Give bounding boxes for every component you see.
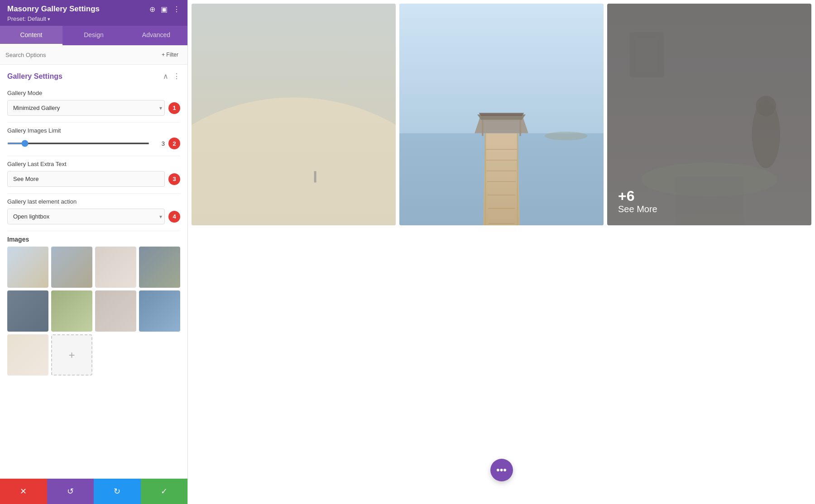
- gallery-last-extra-text-wrapper: 3: [7, 171, 180, 187]
- gallery-images-limit-badge: 2: [168, 138, 180, 149]
- gallery-mode-badge: 1: [168, 102, 180, 114]
- image-thumb-3[interactable]: [95, 247, 136, 288]
- tab-advanced[interactable]: Advanced: [125, 26, 187, 45]
- gallery-mode-field: Gallery Mode Minimized Gallery Full Gall…: [0, 85, 187, 122]
- preset-selector[interactable]: Preset: Default: [7, 15, 180, 22]
- fab-dots-icon: •••: [496, 464, 507, 476]
- svg-marker-23: [479, 113, 524, 116]
- images-limit-slider[interactable]: [7, 143, 149, 144]
- svg-rect-3: [314, 171, 316, 182]
- redo-button[interactable]: ↻: [94, 479, 141, 504]
- gallery-last-element-action-label: Gallery last element action: [7, 198, 180, 205]
- panel-title: Masonry Gallery Settings: [7, 5, 100, 14]
- gallery-image-1: [192, 4, 396, 225]
- section-actions: ∧ ⋮: [163, 72, 180, 81]
- filter-button[interactable]: + Filter: [158, 50, 182, 60]
- collapse-icon[interactable]: ∧: [163, 72, 168, 81]
- gallery-last-extra-text-input[interactable]: [7, 171, 165, 187]
- image-thumb-9[interactable]: [7, 334, 48, 376]
- image-thumb-1[interactable]: [7, 247, 48, 288]
- images-section-label: Images: [0, 231, 187, 247]
- gallery-last-element-action-select[interactable]: Open lightbox Open URL None: [7, 209, 165, 224]
- gallery-preview: +6 See More: [188, 0, 815, 222]
- image-thumb-6[interactable]: [51, 290, 92, 332]
- fab-button[interactable]: •••: [490, 459, 513, 481]
- svg-marker-9: [483, 133, 520, 225]
- save-button[interactable]: ✓: [141, 479, 188, 504]
- settings-panel: Masonry Gallery Settings ⊕ ▣ ⋮ Preset: D…: [0, 0, 188, 504]
- svg-point-24: [544, 132, 587, 140]
- see-more-text: See More: [618, 204, 657, 214]
- gallery-images-limit-wrapper: 3 2: [7, 138, 180, 149]
- section-title: Gallery Settings: [7, 72, 62, 81]
- gallery-last-element-action-badge: 4: [168, 211, 180, 223]
- add-image-button[interactable]: +: [51, 334, 92, 376]
- bottom-bar: ✕ ↺ ↻ ✓: [0, 479, 187, 504]
- tab-design[interactable]: Design: [62, 26, 125, 45]
- panel-body: Gallery Settings ∧ ⋮ Gallery Mode Minimi…: [0, 65, 187, 479]
- gallery-images-limit-field: Gallery Images Limit 3 2: [0, 123, 187, 156]
- search-bar: + Filter: [0, 45, 187, 65]
- gallery-mode-select[interactable]: Minimized Gallery Full Gallery Slideshow: [7, 100, 165, 116]
- gallery-settings-section: Gallery Settings ∧ ⋮: [0, 65, 187, 85]
- image-thumb-5[interactable]: [7, 290, 48, 332]
- gallery-mode-label: Gallery Mode: [7, 90, 180, 96]
- panel-tabs: Content Design Advanced: [0, 26, 187, 45]
- see-more-overlay: +6 See More: [607, 4, 811, 225]
- target-icon[interactable]: ⊕: [149, 5, 155, 14]
- preview-canvas: +6 See More •••: [188, 0, 815, 504]
- layout-icon[interactable]: ▣: [161, 5, 168, 14]
- gallery-image-3: +6 See More: [607, 4, 811, 225]
- gallery-last-extra-text-badge: 3: [168, 173, 180, 185]
- slider-container: 3: [7, 140, 165, 147]
- gallery-images-limit-label: Gallery Images Limit: [7, 127, 180, 134]
- image-thumb-2[interactable]: [51, 247, 92, 288]
- panel-header-icons: ⊕ ▣ ⋮: [149, 5, 180, 14]
- undo-button[interactable]: ↺: [47, 479, 94, 504]
- gallery-last-element-action-field: Gallery last element action Open lightbo…: [0, 194, 187, 231]
- gallery-last-extra-text-field: Gallery Last Extra Text 3: [0, 156, 187, 193]
- cancel-button[interactable]: ✕: [0, 479, 47, 504]
- gallery-mode-select-wrapper: Minimized Gallery Full Gallery Slideshow…: [7, 100, 180, 116]
- search-input[interactable]: [5, 52, 158, 58]
- section-more-icon[interactable]: ⋮: [173, 72, 180, 81]
- tab-content[interactable]: Content: [0, 26, 62, 45]
- more-icon[interactable]: ⋮: [173, 5, 180, 14]
- gallery-last-extra-text-label: Gallery Last Extra Text: [7, 161, 180, 167]
- image-thumb-7[interactable]: [95, 290, 136, 332]
- images-grid: +: [0, 247, 187, 383]
- image-thumb-8[interactable]: [139, 290, 180, 332]
- see-more-count: +6: [618, 188, 634, 204]
- svg-point-1: [192, 97, 396, 225]
- gallery-last-element-action-wrapper: Open lightbox Open URL None ▾ 4: [7, 209, 180, 224]
- panel-header: Masonry Gallery Settings ⊕ ▣ ⋮ Preset: D…: [0, 0, 187, 26]
- slider-value-display: 3: [154, 140, 165, 147]
- image-thumb-4[interactable]: [139, 247, 180, 288]
- fab-container: •••: [188, 459, 815, 481]
- gallery-image-2: [399, 4, 604, 225]
